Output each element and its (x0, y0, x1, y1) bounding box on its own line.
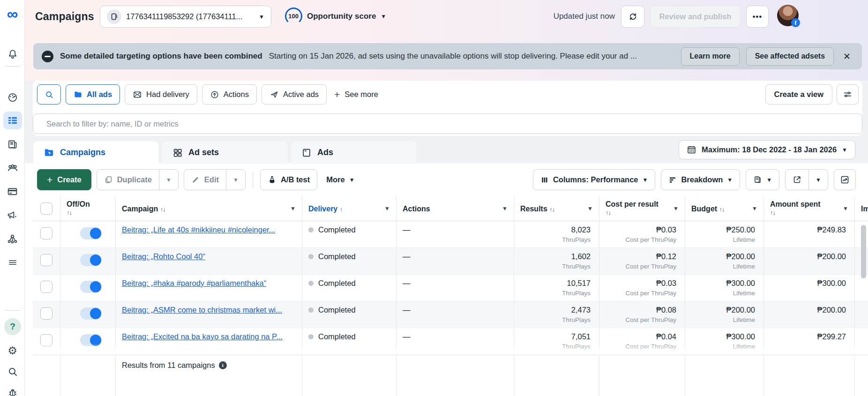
col-header-budget[interactable]: Budget ↑↓ ▼ (685, 196, 764, 221)
notifications-bell-icon[interactable] (0, 45, 25, 63)
create-button[interactable]: + Create (37, 169, 91, 190)
search-icon[interactable] (0, 362, 25, 381)
table-toolbar-right: Columns: Performance ▼ Breakdown ▼ ▼ (533, 169, 856, 190)
search-input[interactable] (46, 120, 849, 128)
campaign-toggle[interactable] (80, 281, 102, 293)
row-checkbox[interactable] (33, 275, 60, 301)
campaign-toggle[interactable] (80, 227, 102, 239)
opportunity-score[interactable]: 100 Opportunity score ▼ (285, 7, 386, 25)
refresh-button[interactable] (621, 6, 644, 28)
billing-card-icon[interactable] (0, 182, 25, 201)
filter-chips: All ads Had delivery Actions Active ads … (37, 84, 381, 105)
folder-arrow-icon (44, 147, 54, 158)
ads-reporting-pages-icon[interactable] (0, 135, 25, 154)
chevron-down-icon: ▼ (816, 177, 821, 183)
col-header-off-on[interactable]: Off/On ↑↓ (60, 196, 116, 221)
ab-test-button[interactable]: A/B test (260, 169, 317, 190)
avatar[interactable]: f (777, 5, 799, 26)
export-dropdown[interactable]: ▼ (808, 170, 828, 190)
view-settings-sliders-button[interactable] (837, 84, 859, 105)
col-header-results[interactable]: Results ↑↓ ▼ (514, 196, 599, 221)
all-tools-menu-icon[interactable] (0, 253, 25, 272)
col-header-campaign[interactable]: Campaign ↑↓ ▼ (116, 196, 302, 221)
results-cell: 8,023ThruPlays (514, 221, 599, 248)
create-a-view-button[interactable]: Create a view (765, 84, 832, 105)
tab-campaigns[interactable]: Campaigns (33, 141, 158, 164)
chevron-down-icon: ▼ (381, 14, 386, 19)
col-header-cost-per-result[interactable]: Cost per result ↑↓ ▼ (599, 196, 685, 221)
see-affected-adsets-button[interactable]: See affected adsets (746, 47, 834, 66)
status-dot-icon (308, 227, 314, 232)
filter-chip-actions[interactable]: Actions (202, 84, 257, 105)
learn-more-button[interactable]: Learn more (681, 47, 740, 66)
campaign-toggle[interactable] (80, 254, 102, 266)
cost-per-result-cell: ₱0.04Cost per ThruPlay (599, 328, 685, 355)
ad-account-selector[interactable]: 1776341119853292 (177634111... ▼ (100, 6, 271, 28)
see-more-filters[interactable]: + See more (331, 84, 381, 105)
campaign-link[interactable]: Beitrag: „Excited na ba kayo sa darating… (122, 332, 296, 341)
columns-button[interactable]: Columns: Performance ▼ (533, 169, 655, 190)
row-checkbox[interactable] (33, 221, 60, 248)
assets-orgchart-icon[interactable] (0, 229, 25, 248)
duplicate-dropdown[interactable]: ▼ (159, 170, 178, 190)
col-header-amount-spent[interactable]: Amount spent ↑↓ ▼ (764, 196, 855, 221)
filter-chip-all-ads[interactable]: All ads (66, 84, 120, 105)
charts-button[interactable] (834, 169, 856, 190)
meta-logo-icon[interactable]: ∞ (0, 5, 25, 23)
table-search[interactable] (33, 113, 862, 134)
tab-ad-sets[interactable]: Ad sets (162, 141, 287, 164)
col-header-delivery[interactable]: Delivery ↑ ▼ (302, 196, 397, 221)
off-on-cell (60, 221, 116, 248)
search-filter-button[interactable] (37, 84, 61, 105)
campaign-toggle[interactable] (80, 334, 102, 346)
status-dot-icon (308, 307, 314, 313)
more-button[interactable]: More ▼ (322, 169, 358, 190)
edit-dropdown[interactable]: ▼ (226, 170, 245, 190)
reports-icon (753, 175, 762, 184)
select-all-checkbox[interactable] (33, 196, 60, 221)
campaign-link[interactable]: Beitrag: „#haka #parody #parliamenthaka“ (122, 279, 296, 288)
vertical-scrollbar[interactable] (861, 225, 866, 278)
results-cell: 7,051ThruPlays (514, 328, 599, 355)
copy-icon (104, 175, 113, 184)
campaign-link[interactable]: Beitrag: „ASMR come to christmas market … (122, 306, 296, 314)
date-range-selector[interactable]: Maximum: 18 Dec 2022 - 18 Jan 2026 ▼ (679, 140, 855, 159)
budget-cell: ₱200.00Lifetime (685, 248, 764, 275)
report-bug-icon[interactable] (0, 383, 25, 396)
page-icon (301, 148, 312, 158)
help-icon[interactable]: ? (4, 318, 21, 335)
reports-button[interactable]: ▼ (746, 170, 779, 190)
amount-spent-cell: ₱299.27 (764, 328, 855, 355)
info-icon[interactable]: i (219, 361, 227, 369)
campaign-link[interactable]: Beitrag: „Life at 40s #nikkiineu #nicole… (122, 225, 296, 234)
settings-gear-icon[interactable]: ⚙ (0, 341, 25, 360)
tab-ads[interactable]: Ads (291, 141, 416, 164)
row-checkbox[interactable] (33, 301, 60, 328)
chevron-down-icon: ▼ (349, 177, 355, 183)
facebook-badge-icon: f (791, 18, 800, 27)
campaign-toggle[interactable] (80, 307, 102, 320)
filter-chip-had-delivery[interactable]: Had delivery (125, 84, 197, 105)
review-publish-button[interactable]: Review and publish (650, 6, 741, 28)
campaigns-table-icon[interactable] (3, 112, 22, 129)
col-header-actions[interactable]: Actions ▼ (397, 196, 514, 221)
account-overview-gauge-icon[interactable] (0, 88, 25, 107)
breakdown-button[interactable]: Breakdown ▼ (661, 169, 740, 190)
delivery-cell: Completed (302, 248, 397, 275)
col-header-impressions-truncated[interactable]: Im (855, 196, 868, 221)
audiences-people-icon[interactable] (0, 158, 25, 177)
edit-button[interactable]: Edit (184, 170, 226, 190)
more-options-button[interactable]: ••• (746, 6, 769, 28)
cost-per-result-cell: ₱0.03Cost per ThruPlay (599, 221, 685, 248)
chevron-down-icon: ▼ (643, 177, 648, 183)
row-checkbox[interactable] (33, 248, 60, 275)
search-icon (45, 90, 54, 99)
export-button[interactable] (786, 170, 808, 190)
campaign-link[interactable]: Beitrag: „Rohto Cool 40“ (122, 252, 296, 261)
row-checkbox[interactable] (33, 328, 60, 355)
banner-title: Some detailed targeting options have bee… (60, 52, 262, 61)
duplicate-button[interactable]: Duplicate (97, 170, 159, 190)
close-icon[interactable]: ✕ (840, 51, 853, 62)
promotions-megaphone-icon[interactable] (0, 205, 25, 224)
filter-chip-active-ads[interactable]: Active ads (262, 84, 327, 105)
